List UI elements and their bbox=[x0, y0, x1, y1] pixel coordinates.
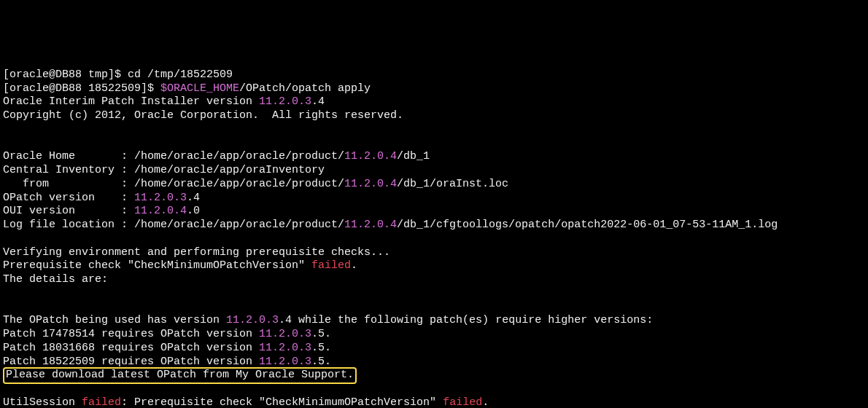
output-text: .4 bbox=[187, 192, 200, 204]
output-text: UtilSession bbox=[3, 396, 82, 408]
output-text: .5. bbox=[311, 328, 331, 340]
version: 11.2.0.3 bbox=[259, 328, 311, 340]
path: /home/oracle/app/oracle/product/ bbox=[134, 178, 344, 190]
label: OUI version : bbox=[3, 205, 134, 217]
terminal-output: [oracle@DB88 tmp]$ cd /tmp/18522509 [ora… bbox=[0, 55, 868, 408]
output-text: : Prerequisite check "CheckMinimumOPatch… bbox=[121, 396, 443, 408]
version: 11.2.0.3 bbox=[226, 314, 279, 326]
version: 11.2.0.4 bbox=[344, 178, 397, 190]
output-text: Verifying environment and performing pre… bbox=[3, 246, 390, 259]
highlight-annotation: Please download latest OPatch from My Or… bbox=[3, 367, 357, 384]
version: 11.2.0.3 bbox=[259, 342, 311, 354]
output-text: Please download latest OPatch from My Or… bbox=[6, 369, 354, 381]
path: /db_1/oraInst.loc bbox=[397, 178, 508, 190]
label: from : bbox=[3, 178, 134, 190]
output-text: The OPatch being used has version bbox=[3, 314, 226, 326]
path: /db_1/cfgtoollogs/opatch/opatch2022-06-0… bbox=[397, 219, 778, 231]
output-text: The details are: bbox=[3, 273, 108, 286]
label: Log file location : bbox=[3, 219, 134, 231]
version: 11.2.0.4 bbox=[344, 150, 397, 162]
version: 11.2.0.4 bbox=[344, 219, 397, 231]
label: OPatch version : bbox=[3, 192, 134, 204]
version: 11.2.0.3 bbox=[259, 356, 311, 368]
env-var: $ORACLE_HOME bbox=[160, 82, 239, 95]
path: /home/oracle/app/oracle/product/ bbox=[134, 219, 344, 231]
command: cd /tmp/18522509 bbox=[128, 68, 233, 81]
output-text: .0 bbox=[187, 205, 200, 217]
output-text: Copyright (c) 2012, Oracle Corporation. … bbox=[3, 109, 403, 122]
label: Central Inventory : bbox=[3, 164, 134, 176]
path: /home/oracle/app/oracle/product/ bbox=[134, 150, 344, 162]
output-text: .5. bbox=[311, 356, 331, 368]
command: /OPatch/opatch apply bbox=[239, 82, 371, 95]
output-text: Patch 18031668 requires OPatch version bbox=[3, 342, 259, 354]
label: Oracle Home : bbox=[3, 150, 134, 162]
output-text: .5. bbox=[311, 342, 331, 354]
error-text: failed bbox=[82, 396, 121, 408]
output-text: Prerequisite check "CheckMinimumOPatchVe… bbox=[3, 259, 311, 272]
prompt: [oracle@DB88 18522509]$ bbox=[3, 82, 160, 95]
error-text: failed bbox=[311, 259, 351, 272]
version: 11.2.0.4 bbox=[134, 205, 187, 217]
output-text: . bbox=[351, 259, 357, 272]
output-text: .4 bbox=[311, 95, 325, 108]
error-text: failed bbox=[443, 396, 482, 408]
output-text: Patch 17478514 requires OPatch version bbox=[3, 328, 259, 340]
version: 11.2.0.3 bbox=[259, 95, 311, 108]
path: /db_1 bbox=[397, 150, 430, 162]
output-text: . bbox=[482, 396, 489, 408]
prompt: [oracle@DB88 tmp]$ bbox=[3, 68, 128, 81]
output-text: Oracle Interim Patch Installer version bbox=[3, 95, 259, 108]
version: 11.2.0.3 bbox=[134, 192, 187, 204]
output-text: Patch 18522509 requires OPatch version bbox=[3, 356, 259, 368]
path: /home/oracle/app/oraInventory bbox=[134, 164, 325, 176]
output-text: .4 while the following patch(es) require… bbox=[279, 314, 659, 326]
